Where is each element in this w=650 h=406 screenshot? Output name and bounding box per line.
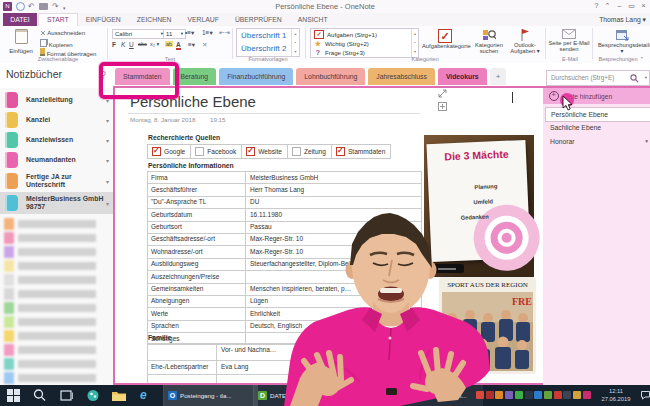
search-box[interactable]: Durchsuchen (Strg+E) ▾ — [546, 70, 650, 86]
tray-icon[interactable] — [583, 391, 591, 399]
tags-gallery[interactable]: ✓Aufgaben (Strg+1)★Wichtig (Strg+2)?Frag… — [310, 28, 419, 58]
find-tags-button[interactable]: Kategorien suchen — [470, 29, 508, 54]
start-button[interactable] — [7, 389, 21, 402]
section-tab[interactable]: Videokurs — [438, 68, 487, 85]
cut-button[interactable]: Ausschneiden — [40, 30, 85, 36]
collapse-ribbon-icon[interactable]: ⌃ — [639, 56, 644, 62]
page-list-item[interactable]: Sachliche Ebene — [545, 121, 650, 134]
section-tab[interactable]: Jahresabschluss — [368, 68, 435, 85]
internet-explorer-icon[interactable]: e — [140, 389, 154, 402]
ribbon-options-button[interactable]: ⌃ — [602, 1, 613, 11]
font-name-select[interactable]: Calibri ▾ — [112, 29, 166, 39]
tags-scrollbar[interactable]: ▴▪▾ — [411, 29, 418, 57]
table-row[interactable]: "Du"-Ansprache TLDU — [148, 197, 421, 209]
restore-button[interactable]: ▭ — [626, 1, 637, 11]
notebook-item[interactable]: Neumandanten▾ — [0, 150, 113, 170]
source-cell[interactable]: Google — [148, 145, 191, 158]
notebook-item[interactable]: Fertige JA zur Unterschrift▾ — [0, 170, 113, 192]
font-size-select[interactable]: 11 ▾ — [163, 29, 186, 39]
indent-buttons[interactable]: ⇤⇥ — [219, 29, 230, 37]
font-color-button[interactable]: A — [176, 41, 181, 50]
add-page-button[interactable]: Seite hinzufügen — [543, 88, 650, 104]
source-cell[interactable]: Stammdaten — [332, 145, 390, 158]
tray-icon[interactable] — [554, 391, 562, 399]
notebook-item[interactable]: Kanzlei▾ — [0, 110, 113, 130]
outlook-tasks-button[interactable]: Outlook-Aufgaben ▾ — [508, 29, 542, 54]
source-cell[interactable]: Zeitung — [288, 145, 332, 158]
help-button[interactable]: ? — [591, 1, 602, 11]
subscript-button[interactable]: x₂ ▾ — [150, 41, 159, 47]
new-section-tab[interactable]: + — [490, 68, 507, 85]
strikethrough-button[interactable]: abc — [138, 41, 147, 47]
taskbar-search-icon[interactable] — [33, 389, 47, 402]
minimize-button[interactable]: – — [614, 1, 625, 11]
checkbox-unchecked[interactable] — [292, 147, 301, 156]
source-cell[interactable]: Facebook — [191, 145, 242, 158]
search-scope-dropdown[interactable]: ▾ — [645, 75, 647, 80]
styles-gallery[interactable]: Überschrift 1Überschrift 2 ▴▪▾ — [236, 28, 300, 57]
meeting-details-button[interactable]: Besprechungsdetails ▾ — [598, 29, 646, 54]
align-button[interactable]: ≡▾ — [188, 41, 195, 49]
sources-table[interactable]: GoogleFacebookWebsiteZeitungStammdaten — [147, 144, 391, 159]
clear-formatting-button[interactable]: ✕ — [202, 41, 207, 49]
close-button[interactable]: × — [638, 1, 649, 11]
page-list-item[interactable]: Honorar▾ — [545, 135, 650, 148]
chevron-down-icon[interactable]: ▾ — [106, 117, 109, 124]
tab-ansicht[interactable]: ANSICHT — [290, 13, 336, 26]
taskbar-clock[interactable]: 12:1127.06.2019 — [594, 388, 638, 403]
notebook-item[interactable]: MeisterBusiness GmbH 98757▾ — [0, 192, 113, 214]
tray-icon[interactable] — [573, 391, 581, 399]
styles-scrollbar[interactable]: ▴▪▾ — [291, 29, 299, 56]
signed-in-user[interactable]: Thomas Lang ▾ — [599, 13, 646, 26]
italic-button[interactable]: K — [121, 41, 125, 48]
bullet-list-button[interactable]: •≡▾ — [185, 29, 194, 37]
email-page-button[interactable]: Seite per E-Mail senden — [548, 29, 590, 52]
style-item[interactable]: Überschrift 2 — [237, 42, 299, 55]
paste-button[interactable]: Einfügen — [8, 29, 34, 51]
section-tab[interactable]: Beratung — [173, 68, 217, 85]
tab-überprüfen[interactable]: ÜBERPRÜFEN — [227, 13, 290, 26]
chevron-down-icon[interactable]: ▾ — [106, 137, 109, 144]
bold-button[interactable]: F — [112, 41, 116, 48]
notebook-item[interactable]: Kanzleileitung▾ — [0, 90, 113, 110]
chevron-down-icon[interactable]: ▾ — [106, 157, 109, 164]
page-list-item[interactable]: Persönliche Ebene — [545, 107, 650, 122]
tab-datei[interactable]: DATEI — [3, 13, 37, 26]
task-view-icon[interactable] — [60, 389, 74, 402]
notebook-item[interactable]: Kanzleiwissen▾ — [0, 130, 113, 150]
taskbar-button-outlook[interactable]: OPosteingang - tla... — [163, 385, 258, 406]
notification-center-icon[interactable] — [641, 391, 650, 400]
numbered-list-button[interactable]: 1≡▾ — [202, 29, 213, 37]
tray-icon[interactable] — [505, 391, 513, 399]
checkbox-checked[interactable] — [152, 147, 161, 156]
tag-item[interactable]: ★Wichtig (Strg+2) — [313, 39, 416, 48]
tray-icon[interactable] — [515, 391, 523, 399]
source-cell[interactable]: Website — [242, 145, 288, 158]
tab-zeichnen[interactable]: ZEICHNEN — [129, 13, 180, 26]
style-item[interactable]: Überschrift 1 — [237, 29, 299, 42]
tag-item[interactable]: ✓Aufgaben (Strg+1) — [313, 30, 416, 39]
checkbox-checked[interactable] — [336, 147, 345, 156]
table-row[interactable]: FirmaMeisterBusiness GmbH — [148, 172, 421, 184]
file-explorer-icon[interactable] — [112, 389, 126, 402]
tab-start[interactable]: START — [38, 13, 78, 27]
table-row[interactable]: GeschäftsführerHerr Thomas Lang — [148, 184, 421, 196]
section-tab[interactable]: Finanzbuchführung — [219, 68, 293, 85]
underline-button[interactable]: U — [129, 41, 134, 48]
app-icon-teal[interactable] — [86, 389, 100, 402]
checkbox-unchecked[interactable] — [195, 147, 204, 156]
tray-icon[interactable] — [563, 391, 571, 399]
tray-icon[interactable] — [525, 391, 533, 399]
highlight-button[interactable]: ab — [165, 41, 173, 47]
dock-icon[interactable] — [438, 102, 447, 111]
chevron-down-icon[interactable]: ▾ — [106, 178, 109, 185]
chevron-down-icon[interactable]: ▾ — [106, 200, 109, 207]
section-tab[interactable]: Lohnbuchführung — [296, 68, 365, 85]
tab-verlauf[interactable]: VERLAUF — [180, 13, 227, 26]
tray-icon[interactable] — [544, 391, 552, 399]
chevron-down-icon[interactable]: ▾ — [645, 135, 648, 148]
copy-button[interactable]: Kopieren — [40, 39, 73, 48]
tag-category-button[interactable]: ✓ Aufgabenkategorie — [422, 29, 468, 49]
tray-icon[interactable] — [534, 391, 542, 399]
checkbox-checked[interactable] — [246, 147, 255, 156]
